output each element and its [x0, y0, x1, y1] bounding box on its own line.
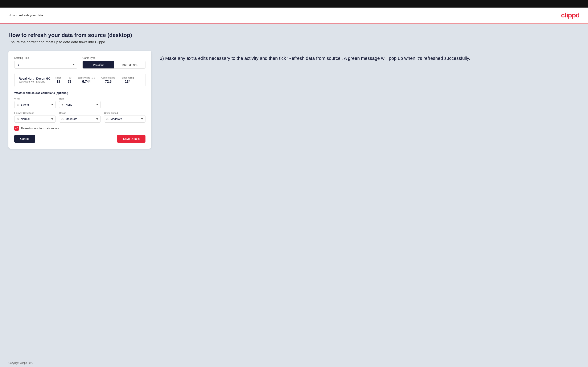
- wind-label: Wind: [14, 97, 56, 100]
- header-title: How to refresh your data: [9, 13, 43, 17]
- game-type-label: Game Type: [82, 57, 146, 59]
- refresh-checkbox[interactable]: [14, 126, 19, 131]
- starting-hole-label: Starting Hole: [14, 57, 77, 59]
- fairway-select-wrapper: ⚙ Normal: [14, 115, 56, 123]
- holes-label: Holes: [55, 76, 61, 79]
- game-type-group: Game Type Practice Tournament: [82, 57, 146, 69]
- wind-select[interactable]: Strong: [14, 101, 56, 108]
- copyright-text: Copyright Clippd 2022: [9, 362, 34, 365]
- course-name-group: Royal North Devon GC, Westward Ho!, Engl…: [19, 77, 51, 83]
- course-stats: Holes 18 Par 72 Yards/White (M)) 6,744 C…: [55, 76, 141, 83]
- page-subheading: Ensure the correct and most up to date d…: [9, 40, 579, 44]
- practice-button[interactable]: Practice: [83, 61, 114, 68]
- tournament-button[interactable]: Tournament: [114, 61, 145, 68]
- par-value: 72: [68, 80, 71, 83]
- rough-select[interactable]: Moderate: [59, 115, 101, 123]
- green-speed-select-wrapper: ⊙ Moderate: [104, 115, 146, 123]
- rough-select-wrapper: ⚙ Moderate: [59, 115, 101, 123]
- wind-select-wrapper: ≋ Strong: [14, 101, 56, 108]
- form-card: Starting Hole 1 Game Type Practice Tourn…: [9, 50, 151, 149]
- yards-value: 6,744: [82, 80, 91, 83]
- header: How to refresh your data clippd: [0, 8, 588, 23]
- green-speed-select[interactable]: Moderate: [104, 115, 146, 123]
- stat-course-rating: Course rating 72.5: [101, 76, 115, 83]
- rain-select[interactable]: None: [59, 101, 101, 108]
- stat-yards: Yards/White (M)) 6,744: [78, 76, 95, 83]
- weather-section-label: Weather and course conditions (optional): [14, 91, 146, 94]
- stat-slope-rating: Slope rating 134: [121, 76, 134, 83]
- rain-label: Rain: [59, 97, 101, 100]
- main-content: How to refresh your data from source (de…: [0, 24, 588, 359]
- buttons-row: Cancel Save Details: [14, 135, 146, 143]
- starting-hole-group: Starting Hole 1: [14, 57, 77, 69]
- top-bar: [0, 0, 588, 8]
- fairway-select[interactable]: Normal: [14, 115, 56, 123]
- cancel-button[interactable]: Cancel: [14, 135, 35, 143]
- stat-holes: Holes 18: [55, 76, 61, 83]
- course-location: Westward Ho!, England: [19, 80, 51, 83]
- game-type-buttons: Practice Tournament: [82, 61, 146, 69]
- checkmark-icon: [15, 127, 18, 130]
- wind-rain-row: Wind ≋ Strong Rain ✦ None: [14, 97, 146, 108]
- course-name: Royal North Devon GC,: [19, 77, 51, 80]
- course-rating-label: Course rating: [101, 76, 115, 79]
- par-label: Par: [68, 76, 71, 79]
- slope-rating-value: 134: [125, 80, 130, 83]
- page-heading: How to refresh your data from source (de…: [9, 32, 579, 38]
- conditions-row: Fairway Conditions ⚙ Normal Rough ⚙ Mode…: [14, 112, 146, 123]
- instruction-text: 3) Make any extra edits necessary to the…: [160, 55, 579, 62]
- green-speed-label: Green Speed: [104, 112, 146, 114]
- logo: clippd: [561, 11, 579, 19]
- slope-rating-label: Slope rating: [121, 76, 134, 79]
- stat-par: Par 72: [68, 76, 71, 83]
- rough-group: Rough ⚙ Moderate: [59, 112, 101, 123]
- rain-select-wrapper: ✦ None: [59, 101, 101, 108]
- course-info-box: Royal North Devon GC, Westward Ho!, Engl…: [14, 73, 146, 87]
- wind-group: Wind ≋ Strong: [14, 97, 56, 108]
- refresh-label: Refresh shots from data source: [21, 127, 59, 130]
- footer: Copyright Clippd 2022: [0, 359, 588, 367]
- empty-group: [104, 97, 146, 108]
- rough-label: Rough: [59, 112, 101, 114]
- starting-hole-select[interactable]: 1: [14, 61, 77, 69]
- save-button[interactable]: Save Details: [117, 135, 146, 143]
- fairway-group: Fairway Conditions ⚙ Normal: [14, 112, 56, 123]
- fairway-label: Fairway Conditions: [14, 112, 56, 114]
- checkbox-row: Refresh shots from data source: [14, 126, 146, 131]
- rain-group: Rain ✦ None: [59, 97, 101, 108]
- right-panel: 3) Make any extra edits necessary to the…: [160, 50, 579, 62]
- course-rating-value: 72.5: [105, 80, 112, 83]
- holes-value: 18: [57, 80, 60, 83]
- yards-label: Yards/White (M)): [78, 76, 95, 79]
- green-speed-group: Green Speed ⊙ Moderate: [104, 112, 146, 123]
- starting-hole-row: Starting Hole 1 Game Type Practice Tourn…: [14, 57, 146, 69]
- content-row: Starting Hole 1 Game Type Practice Tourn…: [9, 50, 579, 149]
